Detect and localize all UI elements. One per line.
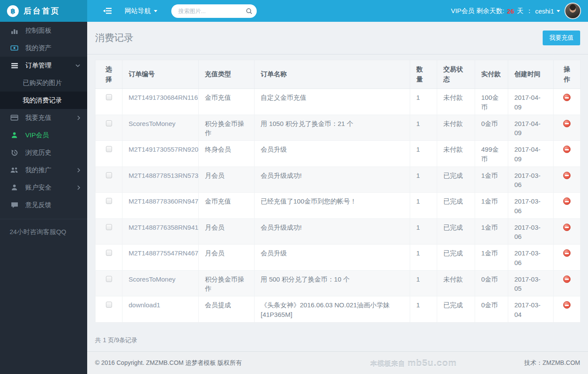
cell-quantity: 1 [410, 218, 437, 245]
sidebar-item-label: 我要充值 [25, 114, 51, 122]
qq-support-note: 24小时咨询客服QQ [0, 219, 87, 236]
col-header-9: 操作 [554, 60, 581, 89]
cell-order-name: 用 500 积分兑了换金币：10 个 [255, 270, 410, 296]
row-checkbox[interactable] [106, 302, 112, 308]
col-header-2: 订单编号 [122, 60, 199, 89]
cell-paid: 1金币 [481, 223, 503, 232]
row-checkbox[interactable] [106, 94, 112, 100]
sidebar-item-2[interactable]: 我的资产 [0, 39, 87, 57]
cell-recharge-type: 月会员 [205, 171, 246, 180]
table-row: ScoresToMoney积分换金币操作用 500 积分兑了换金币：10 个1未… [95, 270, 581, 296]
cell-status: 未付款 [437, 141, 475, 167]
delete-icon[interactable] [563, 172, 571, 179]
sidebar-item-label: 意见反馈 [25, 201, 51, 209]
search-input[interactable] [177, 7, 244, 15]
brand-title: 后台首页 [24, 6, 60, 16]
cell-paid: 0金币 [481, 119, 503, 129]
caret-down-icon [557, 10, 560, 14]
table-row: download1会员提成《头条女神》2016.06.03 NO.021油画小学… [95, 296, 581, 323]
table-row: M2T1491730684RN116金币充值自定义金币充值1未付款100金币20… [95, 89, 581, 115]
user-icon [10, 184, 18, 191]
cell-status: 已完成 [437, 245, 475, 271]
sidebar-subitem[interactable]: 我的消费记录 [0, 92, 87, 109]
sidebar-item-6[interactable]: 浏览历史 [0, 144, 87, 161]
row-checkbox[interactable] [106, 224, 112, 230]
user-icon [10, 132, 18, 139]
cell-quantity: 1 [410, 245, 437, 271]
cell-order-name: 已经充值了100金币到您的帐号！ [255, 193, 410, 219]
sidebar-item-1[interactable]: 控制面板 [0, 22, 87, 39]
delete-icon[interactable] [563, 120, 571, 127]
row-checkbox[interactable] [106, 276, 112, 282]
sidebar-item-label: VIP会员 [25, 131, 49, 139]
search-box [171, 4, 257, 18]
row-checkbox[interactable] [106, 172, 112, 178]
cell-order-name: 用 1050 积分兑了换金币：21 个 [255, 115, 410, 141]
cell-order-no: M2T1491730684RN116 [122, 89, 199, 115]
sidebar-item-4[interactable]: 我要充值 [0, 109, 87, 126]
comment-icon [10, 201, 18, 209]
cell-created: 2017-03-06 [514, 171, 546, 190]
cell-paid: 1金币 [481, 248, 503, 258]
sidebar-toggle-icon[interactable] [103, 7, 112, 14]
table-row: M2T1488776358RN941月会员会员升级成功!1已完成1金币2017-… [95, 218, 581, 245]
delete-icon[interactable] [563, 301, 571, 309]
cell-recharge-type: 积分换金币操作 [205, 275, 246, 294]
user-dropdown[interactable]: VIP会员 剩余天数: 26 天 ： ceshi1 [451, 7, 560, 15]
recharge-button[interactable]: 我要充值 [543, 31, 580, 45]
cell-order-no: M2T1488776358RN941 [122, 218, 199, 245]
brand[interactable]: ฿ 后台首页 [0, 0, 87, 22]
row-checkbox[interactable] [106, 146, 112, 152]
sidebar: 控制面板我的资产订单管理已购买的图片我的消费记录我要充值VIP会员浏览历史我的推… [0, 22, 87, 374]
delete-icon[interactable] [563, 249, 571, 257]
footer-copyright: © 2016 Copyright. ZMZMB.COM 追梦者模板 版权所有 [95, 359, 242, 367]
table-header-row: 选择订单编号充值类型订单名称数量交易状态实付款创建时间操作 [95, 60, 581, 89]
cell-order-name: 会员升级成功! [255, 167, 410, 193]
sidebar-item-8[interactable]: 账户安全 [0, 179, 87, 196]
cell-quantity: 1 [410, 115, 437, 141]
cell-status: 未付款 [437, 270, 475, 296]
table-body: M2T1491730684RN116金币充值自定义金币充值1未付款100金币20… [95, 89, 581, 323]
sidebar-item-5[interactable]: VIP会员 [0, 126, 87, 144]
sidebar-item-label: 我的资产 [25, 44, 51, 52]
cell-quantity: 1 [410, 89, 437, 115]
cell-order-no: ScoresToMoney [122, 270, 199, 296]
cell-paid: 0金币 [481, 300, 503, 310]
sidebar-item-label: 订单管理 [25, 61, 51, 70]
sidebar-item-9[interactable]: 意见反馈 [0, 196, 87, 214]
delete-icon[interactable] [563, 94, 571, 101]
cell-status: 未付款 [437, 115, 475, 141]
vip-days-label: VIP会员 剩余天数: [451, 7, 504, 15]
sidebar-item-7[interactable]: 我的推广 [0, 161, 87, 179]
delete-icon[interactable] [563, 224, 571, 231]
cell-paid: 499金币 [481, 145, 503, 164]
row-checkbox[interactable] [106, 198, 112, 204]
delete-icon[interactable] [563, 275, 571, 283]
avatar[interactable] [564, 3, 581, 19]
delete-icon[interactable] [563, 146, 571, 153]
cell-created: 2017-04-09 [514, 145, 546, 164]
row-checkbox[interactable] [106, 250, 112, 256]
logo-icon: ฿ [7, 5, 19, 17]
money-icon [10, 44, 18, 52]
chevron-right-icon [77, 116, 80, 120]
cell-paid: 1金币 [481, 197, 503, 206]
row-checkbox[interactable] [106, 120, 112, 126]
delete-icon[interactable] [563, 197, 571, 205]
footer: © 2016 Copyright. ZMZMB.COM 追梦者模板 版权所有 本… [87, 351, 588, 374]
table-row: ScoresToMoney积分换金币操作用 1050 积分兑了换金币：21 个1… [95, 115, 581, 141]
cell-created: 2017-03-06 [514, 223, 546, 242]
sidebar-group: 订单管理已购买的图片我的消费记录 [0, 57, 87, 109]
username: ceshi1 [535, 7, 554, 15]
cell-quantity: 1 [410, 141, 437, 167]
sidebar-item-label: 账户安全 [25, 184, 51, 192]
search-button[interactable] [244, 6, 254, 16]
list-icon [10, 62, 18, 69]
site-nav-dropdown[interactable]: 网站导航 [125, 7, 157, 15]
cell-created: 2017-04-09 [514, 119, 546, 138]
page-header: 消费记录 我要充值 [87, 22, 588, 54]
sidebar-item-3[interactable]: 订单管理 [0, 57, 87, 74]
sidebar-subitem[interactable]: 已购买的图片 [0, 74, 87, 92]
chart-bars-icon [10, 27, 18, 34]
chevron-right-icon [77, 168, 80, 173]
